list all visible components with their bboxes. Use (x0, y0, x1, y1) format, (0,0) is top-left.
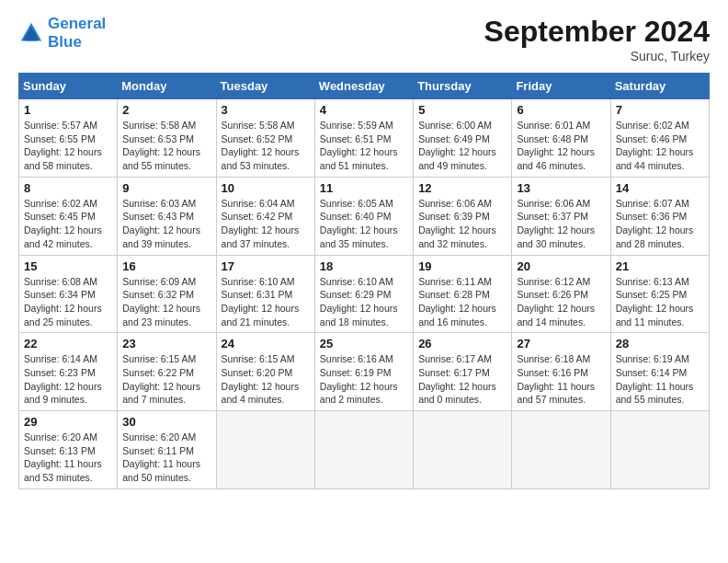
day-number: 11 (320, 181, 408, 195)
day-info: Sunrise: 6:08 AMSunset: 6:34 PMDaylight:… (24, 275, 112, 329)
day-info: Sunrise: 6:05 AMSunset: 6:40 PMDaylight:… (320, 197, 408, 251)
day-cell-8: 8Sunrise: 6:02 AMSunset: 6:45 PMDaylight… (19, 177, 118, 255)
day-info: Sunrise: 6:06 AMSunset: 6:37 PMDaylight:… (517, 197, 605, 251)
weekday-header-thursday: Thursday (414, 74, 512, 99)
day-cell-13: 13Sunrise: 6:06 AMSunset: 6:37 PMDayligh… (512, 177, 610, 255)
day-number: 10 (222, 181, 310, 195)
day-info: Sunrise: 6:19 AMSunset: 6:14 PMDaylight:… (616, 352, 704, 407)
day-info: Sunrise: 5:57 AMSunset: 6:55 PMDaylight:… (24, 119, 112, 173)
day-cell-3: 3Sunrise: 5:58 AMSunset: 6:52 PMDaylight… (216, 99, 314, 178)
calendar-week-row: 29Sunrise: 6:20 AMSunset: 6:13 PMDayligh… (19, 411, 710, 489)
day-cell-14: 14Sunrise: 6:07 AMSunset: 6:36 PMDayligh… (610, 177, 709, 255)
day-info: Sunrise: 6:00 AMSunset: 6:49 PMDaylight:… (418, 119, 506, 173)
day-info: Sunrise: 6:09 AMSunset: 6:32 PMDaylight:… (122, 275, 210, 329)
day-info: Sunrise: 6:10 AMSunset: 6:31 PMDaylight:… (222, 275, 310, 329)
empty-cell (314, 411, 413, 489)
logo-text: General Blue (48, 15, 106, 51)
day-cell-17: 17Sunrise: 6:10 AMSunset: 6:31 PMDayligh… (216, 255, 314, 333)
day-cell-20: 20Sunrise: 6:12 AMSunset: 6:26 PMDayligh… (512, 255, 610, 333)
day-number: 12 (418, 181, 506, 195)
day-cell-1: 1Sunrise: 5:57 AMSunset: 6:55 PMDaylight… (19, 99, 118, 178)
weekday-header-saturday: Saturday (610, 74, 709, 99)
day-number: 1 (24, 103, 112, 117)
day-number: 14 (616, 181, 704, 195)
page: General Blue September 2024 Suruc, Turke… (0, 0, 728, 563)
day-info: Sunrise: 6:11 AMSunset: 6:28 PMDaylight:… (418, 275, 506, 329)
day-number: 27 (517, 337, 605, 350)
title-block: September 2024 Suruc, Turkey (484, 15, 710, 63)
day-number: 16 (122, 259, 210, 273)
empty-cell (216, 411, 314, 489)
weekday-header-monday: Monday (118, 74, 216, 99)
day-info: Sunrise: 6:15 AMSunset: 6:22 PMDaylight:… (122, 352, 210, 407)
day-cell-28: 28Sunrise: 6:19 AMSunset: 6:14 PMDayligh… (610, 333, 709, 411)
day-cell-4: 4Sunrise: 5:59 AMSunset: 6:51 PMDaylight… (314, 99, 413, 178)
day-info: Sunrise: 5:58 AMSunset: 6:53 PMDaylight:… (122, 119, 210, 173)
day-info: Sunrise: 5:58 AMSunset: 6:52 PMDaylight:… (222, 119, 310, 173)
day-number: 13 (517, 181, 605, 195)
day-number: 15 (24, 259, 112, 273)
day-number: 6 (517, 103, 605, 117)
logo-icon (18, 20, 44, 46)
day-number: 28 (616, 337, 704, 350)
day-number: 30 (122, 415, 210, 429)
empty-cell (610, 411, 709, 489)
day-cell-29: 29Sunrise: 6:20 AMSunset: 6:13 PMDayligh… (19, 411, 118, 489)
day-info: Sunrise: 6:06 AMSunset: 6:39 PMDaylight:… (418, 197, 506, 251)
weekday-header-friday: Friday (512, 74, 610, 99)
weekday-header-sunday: Sunday (19, 74, 118, 99)
day-number: 18 (320, 259, 408, 273)
day-cell-21: 21Sunrise: 6:13 AMSunset: 6:25 PMDayligh… (610, 255, 709, 333)
day-cell-10: 10Sunrise: 6:04 AMSunset: 6:42 PMDayligh… (216, 177, 314, 255)
day-number: 17 (222, 259, 310, 273)
weekday-header-tuesday: Tuesday (216, 74, 314, 99)
day-cell-6: 6Sunrise: 6:01 AMSunset: 6:48 PMDaylight… (512, 99, 610, 178)
day-info: Sunrise: 6:20 AMSunset: 6:13 PMDaylight:… (24, 431, 112, 485)
weekday-header-row: SundayMondayTuesdayWednesdayThursdayFrid… (19, 74, 710, 99)
day-number: 5 (418, 103, 506, 117)
day-number: 7 (616, 103, 704, 117)
day-info: Sunrise: 6:12 AMSunset: 6:26 PMDaylight:… (517, 275, 605, 329)
day-number: 22 (24, 337, 112, 350)
day-number: 23 (122, 337, 210, 350)
day-cell-27: 27Sunrise: 6:18 AMSunset: 6:16 PMDayligh… (512, 333, 610, 411)
weekday-header-wednesday: Wednesday (314, 74, 413, 99)
day-info: Sunrise: 6:02 AMSunset: 6:46 PMDaylight:… (616, 119, 704, 173)
day-info: Sunrise: 6:03 AMSunset: 6:43 PMDaylight:… (122, 197, 210, 251)
day-number: 3 (222, 103, 310, 117)
empty-cell (414, 411, 512, 489)
day-cell-26: 26Sunrise: 6:17 AMSunset: 6:17 PMDayligh… (414, 333, 512, 411)
day-cell-30: 30Sunrise: 6:20 AMSunset: 6:11 PMDayligh… (118, 411, 216, 489)
day-cell-15: 15Sunrise: 6:08 AMSunset: 6:34 PMDayligh… (19, 255, 118, 333)
day-number: 24 (222, 337, 310, 350)
day-info: Sunrise: 6:15 AMSunset: 6:20 PMDaylight:… (222, 352, 310, 407)
day-info: Sunrise: 6:10 AMSunset: 6:29 PMDaylight:… (320, 275, 408, 329)
day-cell-25: 25Sunrise: 6:16 AMSunset: 6:19 PMDayligh… (314, 333, 413, 411)
empty-cell (512, 411, 610, 489)
day-number: 29 (24, 415, 112, 429)
day-cell-7: 7Sunrise: 6:02 AMSunset: 6:46 PMDaylight… (610, 99, 709, 178)
day-info: Sunrise: 6:18 AMSunset: 6:16 PMDaylight:… (517, 352, 605, 407)
day-info: Sunrise: 6:17 AMSunset: 6:17 PMDaylight:… (418, 352, 506, 407)
day-info: Sunrise: 6:04 AMSunset: 6:42 PMDaylight:… (222, 197, 310, 251)
day-number: 26 (418, 337, 506, 350)
day-cell-9: 9Sunrise: 6:03 AMSunset: 6:43 PMDaylight… (118, 177, 216, 255)
day-info: Sunrise: 6:14 AMSunset: 6:23 PMDaylight:… (24, 352, 112, 407)
calendar-week-row: 1Sunrise: 5:57 AMSunset: 6:55 PMDaylight… (19, 99, 710, 178)
day-info: Sunrise: 6:13 AMSunset: 6:25 PMDaylight:… (616, 275, 704, 329)
svg-rect-2 (25, 38, 38, 40)
day-cell-12: 12Sunrise: 6:06 AMSunset: 6:39 PMDayligh… (414, 177, 512, 255)
day-cell-16: 16Sunrise: 6:09 AMSunset: 6:32 PMDayligh… (118, 255, 216, 333)
day-cell-2: 2Sunrise: 5:58 AMSunset: 6:53 PMDaylight… (118, 99, 216, 178)
day-cell-24: 24Sunrise: 6:15 AMSunset: 6:20 PMDayligh… (216, 333, 314, 411)
day-number: 8 (24, 181, 112, 195)
day-number: 25 (320, 337, 408, 350)
day-info: Sunrise: 6:07 AMSunset: 6:36 PMDaylight:… (616, 197, 704, 251)
calendar-table: SundayMondayTuesdayWednesdayThursdayFrid… (18, 73, 710, 489)
calendar-week-row: 22Sunrise: 6:14 AMSunset: 6:23 PMDayligh… (19, 333, 710, 411)
day-cell-18: 18Sunrise: 6:10 AMSunset: 6:29 PMDayligh… (314, 255, 413, 333)
day-cell-11: 11Sunrise: 6:05 AMSunset: 6:40 PMDayligh… (314, 177, 413, 255)
location-subtitle: Suruc, Turkey (484, 49, 710, 63)
day-cell-22: 22Sunrise: 6:14 AMSunset: 6:23 PMDayligh… (19, 333, 118, 411)
day-number: 20 (517, 259, 605, 273)
